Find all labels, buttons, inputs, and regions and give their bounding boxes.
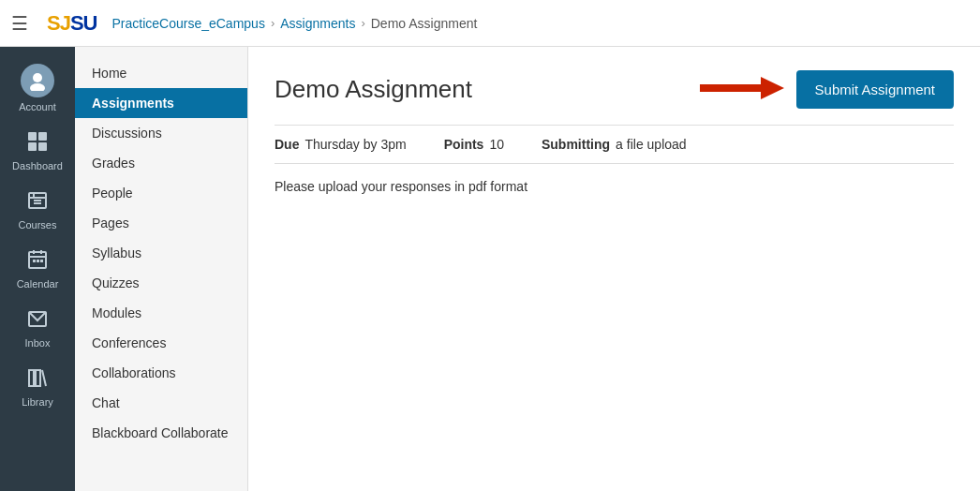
breadcrumb-current: Demo Assignment xyxy=(371,16,478,31)
nav-label-library: Library xyxy=(22,396,53,408)
nav-label-inbox: Inbox xyxy=(25,337,51,349)
content-area: Demo Assignment Submit Assignment Due Th… xyxy=(248,47,980,491)
assignment-meta: Due Thursday by 3pm Points 10 Submitting… xyxy=(275,125,954,164)
global-nav: Account Dashboard xyxy=(0,47,75,491)
library-icon xyxy=(27,367,48,393)
sjsu-logo: SJSU xyxy=(47,11,97,36)
course-nav: Home Assignments Discussions Grades Peop… xyxy=(75,47,248,491)
course-nav-discussions[interactable]: Discussions xyxy=(75,118,247,148)
course-nav-people[interactable]: People xyxy=(75,178,247,208)
breadcrumb-section[interactable]: Assignments xyxy=(280,16,355,31)
due-label: Due xyxy=(275,137,299,152)
courses-icon xyxy=(27,190,48,216)
nav-item-inbox[interactable]: Inbox xyxy=(0,299,75,358)
course-nav-assignments[interactable]: Assignments xyxy=(75,88,247,118)
arrow-area: Submit Assignment xyxy=(695,69,954,110)
course-nav-chat[interactable]: Chat xyxy=(75,388,247,418)
dashboard-icon xyxy=(27,131,48,156)
breadcrumb-course[interactable]: PracticeCourse_eCampus xyxy=(111,16,264,31)
submitting-meta: Submitting a file upload xyxy=(542,137,687,152)
svg-rect-15 xyxy=(33,260,36,262)
nav-item-courses[interactable]: Courses xyxy=(0,181,75,240)
content-header: Demo Assignment Submit Assignment xyxy=(275,69,954,110)
points-label: Points xyxy=(444,137,484,152)
breadcrumb: PracticeCourse_eCampus › Assignments › D… xyxy=(111,16,477,31)
red-arrow-icon xyxy=(695,69,789,110)
submit-assignment-button[interactable]: Submit Assignment xyxy=(796,70,954,109)
course-nav-quizzes[interactable]: Quizzes xyxy=(75,268,247,298)
svg-rect-19 xyxy=(29,370,34,386)
submitting-label: Submitting xyxy=(542,137,610,152)
nav-item-account[interactable]: Account xyxy=(0,54,75,122)
svg-rect-3 xyxy=(38,132,47,141)
course-nav-modules[interactable]: Modules xyxy=(75,298,247,328)
calendar-icon xyxy=(27,249,48,275)
svg-rect-20 xyxy=(36,370,40,386)
breadcrumb-sep2: › xyxy=(361,16,364,30)
due-value: Thursday by 3pm xyxy=(304,137,406,152)
nav-label-account: Account xyxy=(19,101,56,112)
svg-rect-17 xyxy=(40,260,43,262)
assignment-title: Demo Assignment xyxy=(275,75,472,104)
breadcrumb-sep1: › xyxy=(271,16,275,30)
course-nav-conferences[interactable]: Conferences xyxy=(75,328,247,358)
course-nav-collaborations[interactable]: Collaborations xyxy=(75,358,247,388)
course-nav-grades[interactable]: Grades xyxy=(75,148,247,178)
nav-item-library[interactable]: Library xyxy=(0,358,75,417)
course-nav-blackboard[interactable]: Blackboard Collaborate xyxy=(75,418,247,448)
points-value: 10 xyxy=(489,137,504,152)
main-layout: Account Dashboard xyxy=(0,47,980,491)
top-bar: ☰ SJSU PracticeCourse_eCampus › Assignme… xyxy=(0,0,980,47)
nav-item-dashboard[interactable]: Dashboard xyxy=(0,122,75,181)
account-avatar xyxy=(21,64,54,97)
svg-rect-16 xyxy=(37,260,39,262)
svg-point-1 xyxy=(30,83,45,91)
nav-item-calendar[interactable]: Calendar xyxy=(0,240,75,299)
svg-rect-5 xyxy=(38,142,47,151)
svg-rect-2 xyxy=(28,132,37,141)
due-meta: Due Thursday by 3pm xyxy=(275,137,407,152)
points-meta: Points 10 xyxy=(444,137,504,152)
svg-marker-22 xyxy=(761,77,784,99)
course-nav-syllabus[interactable]: Syllabus xyxy=(75,238,247,268)
course-nav-home[interactable]: Home xyxy=(75,58,247,88)
inbox-icon xyxy=(27,308,48,334)
course-nav-pages[interactable]: Pages xyxy=(75,208,247,238)
nav-label-courses: Courses xyxy=(19,219,57,231)
nav-label-dashboard: Dashboard xyxy=(12,160,63,171)
nav-label-calendar: Calendar xyxy=(17,278,59,290)
svg-point-0 xyxy=(33,73,42,82)
assignment-instructions: Please upload your responses in pdf form… xyxy=(275,179,954,194)
submitting-value: a file upload xyxy=(616,137,687,152)
hamburger-icon[interactable]: ☰ xyxy=(11,12,28,35)
svg-rect-4 xyxy=(28,142,37,151)
